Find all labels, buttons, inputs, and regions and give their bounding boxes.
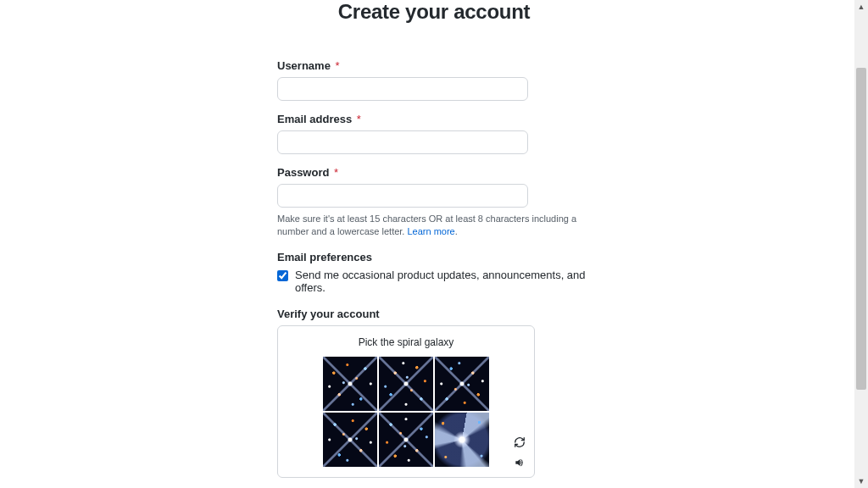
required-marker: * xyxy=(357,113,361,125)
username-group: Username * xyxy=(277,59,591,101)
password-label: Password * xyxy=(277,166,591,179)
verify-label: Verify your account xyxy=(277,308,591,320)
required-marker: * xyxy=(334,166,338,179)
password-hint-link[interactable]: Learn more xyxy=(407,226,454,236)
email-preferences-group: Email preferences Send me occasional pro… xyxy=(277,251,591,294)
captcha-tile-6[interactable] xyxy=(435,413,489,467)
username-label: Username * xyxy=(277,59,591,72)
audio-icon[interactable] xyxy=(512,455,527,470)
email-preferences-checkbox[interactable] xyxy=(277,270,288,281)
scroll-up-arrow-icon[interactable]: ▲ xyxy=(854,0,868,14)
scroll-down-arrow-icon[interactable]: ▼ xyxy=(854,474,868,488)
captcha-tile-3[interactable] xyxy=(435,357,489,411)
captcha-tile-4[interactable] xyxy=(323,413,377,467)
page-title: Create your account xyxy=(277,0,591,24)
captcha-tile-2[interactable] xyxy=(379,357,433,411)
email-label: Email address * xyxy=(277,113,591,125)
email-preferences-label: Email preferences xyxy=(277,251,591,263)
email-preferences-row[interactable]: Send me occasional product updates, anno… xyxy=(277,269,591,294)
password-label-text: Password xyxy=(277,166,329,179)
captcha-instruction: Pick the spiral galaxy xyxy=(287,336,526,348)
required-marker: * xyxy=(336,59,340,72)
username-input[interactable] xyxy=(277,77,528,101)
email-group: Email address * xyxy=(277,113,591,154)
password-group: Password * Make sure it's at least 15 ch… xyxy=(277,166,591,239)
email-label-text: Email address xyxy=(277,113,352,125)
password-input[interactable] xyxy=(277,184,528,208)
captcha-grid xyxy=(287,357,526,467)
captcha-box: Pick the spiral galaxy xyxy=(277,325,535,478)
refresh-icon[interactable] xyxy=(512,435,527,450)
password-hint: Make sure it's at least 15 characters OR… xyxy=(277,213,591,239)
email-input[interactable] xyxy=(277,130,528,154)
email-preferences-text: Send me occasional product updates, anno… xyxy=(295,269,591,294)
vertical-scrollbar[interactable]: ▲ ▼ xyxy=(854,0,868,488)
username-label-text: Username xyxy=(277,59,331,72)
captcha-tile-1[interactable] xyxy=(323,357,377,411)
captcha-tile-5[interactable] xyxy=(379,413,433,467)
scrollbar-thumb[interactable] xyxy=(856,68,866,390)
